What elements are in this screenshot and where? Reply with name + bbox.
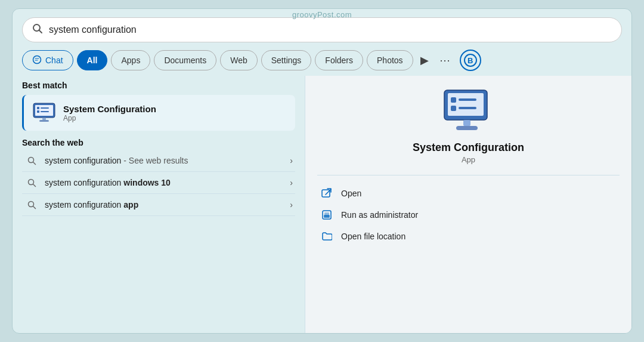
svg-rect-27 <box>322 190 330 197</box>
web-search-icon-1 <box>24 156 39 165</box>
bing-icon[interactable]: B <box>460 50 481 71</box>
tabs-more-button[interactable]: ⋯ <box>436 54 454 67</box>
svg-rect-20 <box>448 93 484 116</box>
svg-point-2 <box>33 56 41 63</box>
admin-icon <box>320 209 334 220</box>
tab-chat-label: Chat <box>45 56 63 65</box>
best-match-title: Best match <box>22 81 295 90</box>
chevron-right-icon-2: › <box>290 178 293 187</box>
web-section-title: Search the web <box>22 138 295 147</box>
action-list: Open Run as administrator <box>317 183 620 247</box>
web-result-item-3[interactable]: system configuration app › <box>22 194 295 216</box>
svg-line-1 <box>39 30 42 33</box>
best-match-info: System Configuration App <box>63 104 156 122</box>
svg-rect-9 <box>37 110 39 113</box>
svg-rect-23 <box>451 106 456 111</box>
web-result-item-2[interactable]: system configuration windows 10 › <box>22 172 295 194</box>
action-open[interactable]: Open <box>317 183 620 204</box>
main-content: Best match <box>13 76 631 333</box>
detail-app-icon <box>442 88 496 135</box>
action-admin-label: Run as administrator <box>341 210 418 220</box>
chevron-right-icon-3: › <box>290 200 293 209</box>
tab-web-label: Web <box>230 56 247 65</box>
tab-apps[interactable]: Apps <box>111 50 150 70</box>
svg-line-16 <box>33 184 35 186</box>
left-panel: Best match <box>13 76 305 333</box>
chat-icon <box>32 55 42 66</box>
search-bar[interactable]: system configuration <box>22 17 622 42</box>
divider <box>317 175 620 175</box>
tab-chat[interactable]: Chat <box>22 50 73 70</box>
action-admin[interactable]: Run as administrator <box>317 204 620 226</box>
best-match-item[interactable]: System Configuration App <box>22 95 295 131</box>
search-icon <box>32 23 43 36</box>
tab-web[interactable]: Web <box>220 50 258 70</box>
tab-all[interactable]: All <box>77 50 108 70</box>
tab-photos-label: Photos <box>377 56 403 65</box>
chevron-right-icon-1: › <box>290 156 293 165</box>
svg-rect-11 <box>42 118 46 120</box>
search-bar-row: system configuration <box>13 9 631 47</box>
best-match-app-type: App <box>63 114 156 122</box>
tabs-play-button[interactable]: ▶ <box>417 54 432 67</box>
tab-settings-label: Settings <box>271 56 302 65</box>
svg-rect-8 <box>41 107 49 109</box>
tab-folders-label: Folders <box>325 56 353 65</box>
svg-rect-24 <box>459 107 476 109</box>
action-file-location[interactable]: Open file location <box>317 226 620 247</box>
tab-all-label: All <box>87 56 98 65</box>
detail-app-type: App <box>462 155 475 164</box>
search-input[interactable]: system configuration <box>49 24 612 35</box>
svg-rect-22 <box>459 98 476 101</box>
tab-documents[interactable]: Documents <box>154 50 216 70</box>
svg-rect-7 <box>37 107 39 109</box>
detail-app-name: System Configuration <box>413 141 524 154</box>
svg-rect-21 <box>451 97 456 103</box>
web-search-icon-2 <box>24 178 39 187</box>
tab-folders[interactable]: Folders <box>315 50 363 70</box>
web-result-text-1: system configuration - See web results <box>45 156 284 165</box>
tab-documents-label: Documents <box>164 56 206 65</box>
svg-rect-31 <box>324 215 330 218</box>
web-result-text-2: system configuration windows 10 <box>45 178 284 187</box>
svg-rect-25 <box>463 120 470 126</box>
svg-line-18 <box>33 206 35 208</box>
web-search-icon-3 <box>24 201 39 209</box>
svg-rect-12 <box>39 120 49 122</box>
best-match-app-name: System Configuration <box>63 104 156 114</box>
action-open-label: Open <box>341 189 361 198</box>
search-window: groovyPost.com system configuration Chat <box>12 8 632 334</box>
tab-apps-label: Apps <box>121 56 140 65</box>
system-config-icon <box>32 102 56 124</box>
right-panel: System Configuration App Open <box>305 76 631 333</box>
web-result-text-3: system configuration app <box>45 200 284 209</box>
detail-monitor-icon <box>443 89 494 134</box>
action-file-label: Open file location <box>341 232 405 241</box>
open-icon <box>320 188 334 199</box>
folder-icon <box>320 231 334 242</box>
svg-text:B: B <box>467 56 473 65</box>
tab-photos[interactable]: Photos <box>367 50 413 70</box>
svg-rect-10 <box>41 111 49 112</box>
app-icon <box>32 101 56 125</box>
tab-settings[interactable]: Settings <box>261 50 312 70</box>
tabs-row: Chat All Apps Documents Web Settings Fol… <box>13 47 631 76</box>
web-result-item[interactable]: system configuration - See web results › <box>22 150 295 172</box>
svg-line-14 <box>33 162 35 164</box>
svg-rect-26 <box>456 126 478 130</box>
